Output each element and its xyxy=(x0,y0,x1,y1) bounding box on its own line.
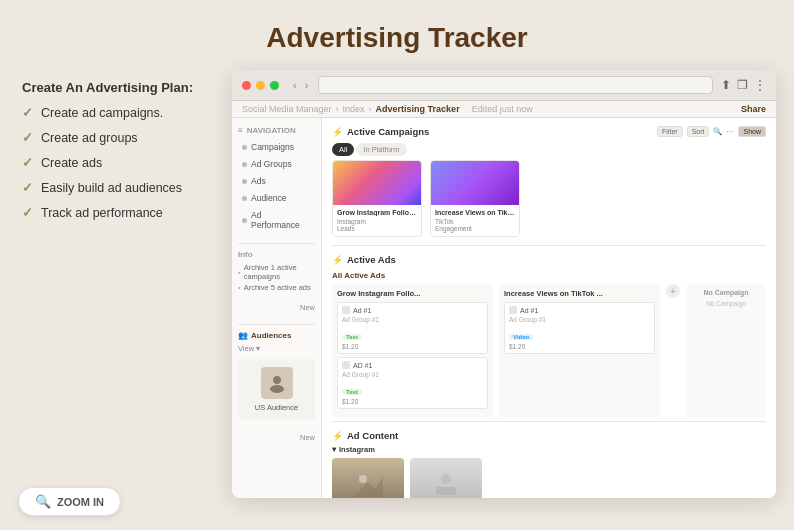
nav-icon: ≡ xyxy=(238,126,243,135)
list-item: ✓ Create ad campaigns. xyxy=(22,105,208,120)
ad-price: $1.20 xyxy=(342,343,483,350)
share-button[interactable]: Share xyxy=(741,104,766,114)
sidebar-info-section: Info Archive 1 active campaigns Archive … xyxy=(238,243,315,314)
ad-item[interactable]: Ad #1 Ad Group #1 Video $1.20 xyxy=(504,302,655,354)
content-image-icon xyxy=(431,467,461,497)
avatar xyxy=(261,367,293,399)
svg-point-1 xyxy=(270,385,284,393)
forward-button[interactable]: › xyxy=(303,79,311,91)
content-card[interactable]: Tuesday, February 14, 2023 xyxy=(332,458,404,498)
zoom-button[interactable]: 🔍 ZOOM IN xyxy=(18,487,121,516)
filter-button[interactable]: Filter xyxy=(657,126,683,137)
ad-item[interactable]: AD #1 Ad Group #1 Test $1.20 xyxy=(337,357,488,409)
svg-rect-7 xyxy=(436,487,456,495)
ads-column: Grow Instagram Follo... Ad #1 Ad Group #… xyxy=(332,284,493,417)
campaign-card-name: Grow Instagram Followers xyxy=(337,209,417,216)
ad-item-group: Ad Group #1 xyxy=(342,316,483,323)
ads-column: Increase Views on TikTok ... Ad #1 Ad Gr… xyxy=(499,284,660,417)
ad-item-header: Ad #1 xyxy=(509,306,650,314)
check-icon: ✓ xyxy=(22,105,33,120)
no-campaign-label: No Campaign xyxy=(691,300,761,307)
sidebar-item-adperformance[interactable]: Ad Performance xyxy=(238,207,315,233)
dot-red[interactable] xyxy=(242,81,251,90)
browser-toolbar: ‹ › ⬆ ❐ ⋮ xyxy=(232,70,776,101)
ad-price: $1.20 xyxy=(509,343,650,350)
left-panel: Create An Advertising Plan: ✓ Create ad … xyxy=(18,70,208,220)
check-icon: ✓ xyxy=(22,155,33,170)
browser-window: ‹ › ⬆ ❐ ⋮ Social Media Manager › Index ›… xyxy=(232,70,776,498)
ad-item-name: Ad #1 xyxy=(520,307,538,314)
content-card[interactable]: Wednesday, February 15, 2023 xyxy=(410,458,482,498)
view-label: View xyxy=(238,344,254,353)
all-active-ads-label: All Active Ads xyxy=(332,271,766,280)
ad-badge-video: Video xyxy=(509,334,533,340)
dot-green[interactable] xyxy=(270,81,279,90)
breadcrumb-item[interactable]: Index xyxy=(343,104,365,114)
sidebar-item-audience[interactable]: Audience xyxy=(238,190,315,206)
browser-actions: ⬆ ❐ ⋮ xyxy=(721,78,766,92)
sort-button[interactable]: Sort xyxy=(687,126,710,137)
content-card-image xyxy=(410,458,482,498)
sidebar-new-button[interactable]: New xyxy=(300,303,315,312)
add-column-button[interactable]: + xyxy=(666,284,680,298)
ads-column-title: Grow Instagram Follo... xyxy=(337,289,488,298)
address-bar[interactable] xyxy=(318,76,713,94)
sidebar-item-ads[interactable]: Ads xyxy=(238,173,315,189)
audience-name: US Audience xyxy=(255,403,298,412)
sidebar-item-campaigns[interactable]: Campaigns xyxy=(238,139,315,155)
campaign-card-body: Increase Views on TikTok TikTok Engageme… xyxy=(431,205,519,236)
breadcrumb-item[interactable]: Social Media Manager xyxy=(242,104,332,114)
zoom-icon: 🔍 xyxy=(35,494,51,509)
show-button[interactable]: Show xyxy=(738,126,766,137)
list-item-label: Easily build ad audiences xyxy=(41,181,182,195)
menu-icon[interactable]: ⋮ xyxy=(754,78,766,92)
search-icon[interactable]: 🔍 xyxy=(713,127,722,136)
tab-all[interactable]: All xyxy=(332,143,354,156)
dot-yellow[interactable] xyxy=(256,81,265,90)
ads-section-title: Active Ads xyxy=(332,254,396,265)
view-dropdown[interactable]: View ▾ xyxy=(238,344,315,353)
no-campaign-title: No Campaign xyxy=(691,289,761,296)
page-title: Advertising Tracker xyxy=(0,0,794,70)
audience-new-button[interactable]: New xyxy=(300,433,315,442)
sidebar-item-adgroups[interactable]: Ad Groups xyxy=(238,156,315,172)
no-campaign-column: No Campaign No Campaign xyxy=(686,284,766,417)
campaign-card[interactable]: Grow Instagram Followers Instagram Leads xyxy=(332,160,422,237)
edited-label: Edited just now xyxy=(472,104,533,114)
ad-item[interactable]: Ad #1 Ad Group #1 Test $1.20 xyxy=(337,302,488,354)
nav-dot xyxy=(242,162,247,167)
svg-point-6 xyxy=(441,474,451,484)
copy-icon[interactable]: ❐ xyxy=(737,78,748,92)
campaign-card-body: Grow Instagram Followers Instagram Leads xyxy=(333,205,421,236)
ad-item-icon xyxy=(342,361,350,369)
sidebar-audience-section: 👥 Audiences View ▾ xyxy=(238,324,315,444)
ad-content-title: Ad Content xyxy=(332,430,766,441)
app-main-area: Active Campaigns Filter Sort 🔍 ⋯ Show Al… xyxy=(322,118,776,498)
divider xyxy=(332,245,766,246)
platform-group-title: ▾ Instagram xyxy=(332,445,766,454)
sidebar-nav-title: ≡ Navigation xyxy=(238,126,315,135)
audience-icon: 👥 xyxy=(238,331,248,340)
list-item-label: Create ads xyxy=(41,156,102,170)
list-item-label: Track ad performance xyxy=(41,206,163,220)
ad-badge-test: Test xyxy=(342,389,362,395)
list-item: ✓ Track ad performance xyxy=(22,205,208,220)
svg-point-3 xyxy=(359,475,367,483)
upload-icon[interactable]: ⬆ xyxy=(721,78,731,92)
ad-item-group: Ad Group #1 xyxy=(509,316,650,323)
check-icon: ✓ xyxy=(22,205,33,220)
more-icon[interactable]: ⋯ xyxy=(726,127,734,136)
active-campaigns-section: Active Campaigns Filter Sort 🔍 ⋯ Show Al… xyxy=(332,126,766,237)
campaign-card-platform: Instagram xyxy=(337,218,417,225)
back-button[interactable]: ‹ xyxy=(291,79,299,91)
breadcrumb: Social Media Manager › Index › Advertisi… xyxy=(232,101,776,118)
person-icon xyxy=(267,373,287,393)
breadcrumb-separator: › xyxy=(336,104,339,114)
campaign-card-name: Increase Views on TikTok xyxy=(435,209,515,216)
breadcrumb-item-active: Advertising Tracker xyxy=(376,104,460,114)
tab-in-platform[interactable]: In Platform xyxy=(356,143,406,156)
campaign-card[interactable]: Increase Views on TikTok TikTok Engageme… xyxy=(430,160,520,237)
app-sidebar: ≡ Navigation Campaigns Ad Groups Ads xyxy=(232,118,322,498)
campaigns-section-header: Active Campaigns Filter Sort 🔍 ⋯ Show xyxy=(332,126,766,137)
nav-dot xyxy=(242,179,247,184)
